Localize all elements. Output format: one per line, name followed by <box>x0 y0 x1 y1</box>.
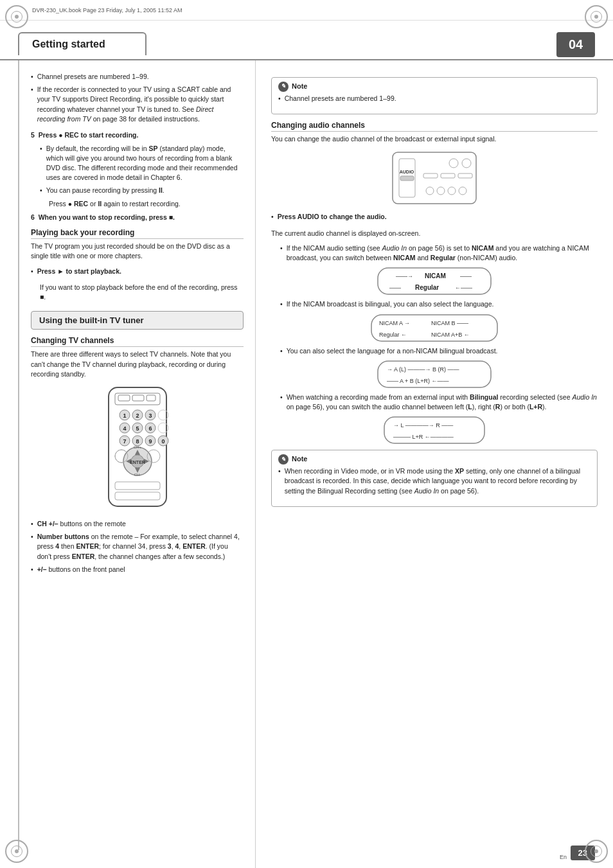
svg-text:AUDIO: AUDIO <box>400 170 414 174</box>
remote-illustration: 1 2 3 4 5 6 7 8 <box>31 384 244 513</box>
intro-bullets: Channel presets are numbered 1–99. If th… <box>31 72 244 124</box>
svg-text:Regular ←: Regular ← <box>379 332 407 338</box>
svg-rect-40 <box>115 492 160 500</box>
svg-text:4: 4 <box>123 425 126 432</box>
step-5-sub-2: You can pause recording by pressing II. <box>40 186 244 195</box>
svg-text:CH+: CH+ <box>133 445 141 449</box>
nicam-sub-1: If the NICAM audio setting (see Audio In… <box>280 244 598 263</box>
note-header-2: ✎ Note <box>278 454 591 465</box>
right-column: ✎ Note Channel presets are numbered 1–99… <box>256 60 613 868</box>
note-box-1: ✎ Note Channel presets are numbered 1–99… <box>271 77 598 114</box>
svg-text:——— L+R ←————: ——— L+R ←———— <box>393 434 454 440</box>
note-1-bullet-1: Channel presets are numbered 1–99. <box>278 94 591 103</box>
changing-tv-heading: Changing TV channels <box>31 336 244 347</box>
svg-text:6: 6 <box>148 425 152 432</box>
svg-text:9: 9 <box>148 438 152 445</box>
step-5: 5 Press ● REC to start recording. <box>31 130 244 140</box>
corner-decoration-br <box>585 840 608 863</box>
playback-bullets: Press ► to start playback. <box>31 267 244 276</box>
ab-diagram: → A (L) ———→ B (R) —— —— A + B (L+R) ←—— <box>271 360 598 389</box>
note-label-2: Note <box>292 454 307 465</box>
svg-text:NICAM A+B ←: NICAM A+B ← <box>431 332 470 338</box>
note-icon-1: ✎ <box>278 82 289 92</box>
bilingual-sub-1: If the NICAM broadcast is bilingual, you… <box>280 299 598 309</box>
note-header-1: ✎ Note <box>278 82 591 92</box>
svg-rect-49 <box>458 173 472 178</box>
lr-svg: → L ————→ R —— ——— L+R ←———— <box>383 416 486 445</box>
svg-rect-44 <box>400 176 414 181</box>
step-5-subs: By default, the recording will be in SP … <box>40 144 244 195</box>
svg-text:3: 3 <box>148 412 152 419</box>
svg-text:←——: ←—— <box>455 285 472 291</box>
header-number: 04 <box>556 32 595 57</box>
audio-intro: You can change the audio channel of the … <box>271 134 598 144</box>
press-audio-bullet: Press AUDIO to change the audio. <box>271 212 598 222</box>
page-header: Getting started 04 <box>0 27 613 60</box>
svg-text:——: —— <box>389 285 401 291</box>
svg-point-45 <box>449 159 458 168</box>
non-nicam-sub: You can also select the language for a n… <box>280 346 598 356</box>
intro-bullet-2-text: If the recorder is connected to your TV … <box>37 85 244 124</box>
corner-decoration-tl <box>5 5 28 28</box>
ch-bullet-2: Number buttons on the remote – For examp… <box>31 532 244 562</box>
svg-rect-47 <box>423 173 438 178</box>
press-audio-bullets: Press AUDIO to change the audio. <box>271 212 598 222</box>
svg-text:5: 5 <box>136 425 139 432</box>
playback-heading: Playing back your recording <box>31 228 244 239</box>
ext-bilingual-sub-1: When watching a recording made from an e… <box>280 393 598 412</box>
audio-device-wrapper: AUDIO <box>271 149 598 207</box>
note-label-1: Note <box>292 82 307 92</box>
step-6: 6 When you want to stop recording, press… <box>31 213 244 222</box>
ext-bilingual-sub: When watching a recording made from an e… <box>280 393 598 412</box>
nicam-ab-diagram: NICAM A → NICAM B —— Regular ← NICAM A+B… <box>271 314 598 342</box>
svg-text:→ A (L) ———→ B (R) ——: → A (L) ———→ B (R) —— <box>387 366 459 373</box>
svg-point-51 <box>437 187 445 195</box>
note-icon-2: ✎ <box>278 454 289 465</box>
topbar: DVR-230_UK.book Page 23 Friday, July 1, … <box>0 0 613 21</box>
svg-text:CH-: CH- <box>134 473 141 477</box>
note-1-bullets: Channel presets are numbered 1–99. <box>278 94 591 103</box>
svg-rect-39 <box>115 482 160 490</box>
corner-decoration-bl <box>5 840 28 863</box>
svg-text:0: 0 <box>161 438 164 445</box>
svg-text:——→: ——→ <box>396 273 413 279</box>
svg-text:NICAM: NICAM <box>425 272 446 279</box>
note-2-bullets: When recording in Video mode, or in VR m… <box>278 466 591 496</box>
audio-heading: Changing audio channels <box>271 121 598 132</box>
ch-bullets: CH +/– buttons on the remote Number butt… <box>31 519 244 574</box>
note-2-bullet-1: When recording in Video mode, or in VR m… <box>278 466 591 496</box>
svg-text:Regular: Regular <box>415 284 439 291</box>
svg-text:NICAM A →: NICAM A → <box>379 320 410 326</box>
left-vertical-bar <box>18 60 19 850</box>
nicam-diagram-1: ——→ NICAM —— —— Regular ←—— <box>271 267 598 296</box>
ch-bullet-1: CH +/– buttons on the remote <box>31 519 244 529</box>
audio-current-note: The current audio channel is displayed o… <box>271 229 598 238</box>
svg-point-53 <box>459 187 466 195</box>
svg-rect-2 <box>118 395 130 401</box>
bilingual-sub: If the NICAM broadcast is bilingual, you… <box>280 299 598 309</box>
ab-svg: → A (L) ———→ B (R) —— —— A + B (L+R) ←—— <box>377 360 492 389</box>
note-box-2: ✎ Note When recording in Video mode, or … <box>271 450 598 507</box>
svg-text:—— A + B (L+R) ←——: —— A + B (L+R) ←—— <box>387 378 449 384</box>
non-nicam-sub-1: You can also select the language for a n… <box>280 346 598 356</box>
nicam-svg-1: ——→ NICAM —— —— Regular ←—— <box>377 267 492 296</box>
svg-rect-48 <box>441 173 455 178</box>
svg-rect-3 <box>132 395 144 401</box>
step-5-sub-1: By default, the recording will be in SP … <box>40 144 244 183</box>
svg-text:2: 2 <box>136 412 139 419</box>
corner-decoration-tr <box>585 5 608 28</box>
svg-text:——: —— <box>460 273 472 279</box>
ch-bullet-3: +/– buttons on the front panel <box>31 565 244 574</box>
intro-bullet-1: Channel presets are numbered 1–99. <box>31 72 244 82</box>
lang-label: En <box>560 854 567 860</box>
svg-text:→ L ————→ R ——: → L ————→ R —— <box>393 422 453 429</box>
svg-point-46 <box>462 159 471 168</box>
changing-tv-intro: There are three different ways to select… <box>31 350 244 379</box>
using-tuner-heading: Using the built-in TV tuner <box>31 311 244 330</box>
playback-intro: The TV program you just recorded should … <box>31 242 244 261</box>
header-title: Getting started <box>18 32 147 55</box>
svg-point-52 <box>448 187 456 195</box>
svg-point-50 <box>426 187 434 195</box>
nicam-sub: If the NICAM audio setting (see Audio In… <box>280 244 598 263</box>
intro-bullet-2: If the recorder is connected to your TV … <box>31 85 244 124</box>
